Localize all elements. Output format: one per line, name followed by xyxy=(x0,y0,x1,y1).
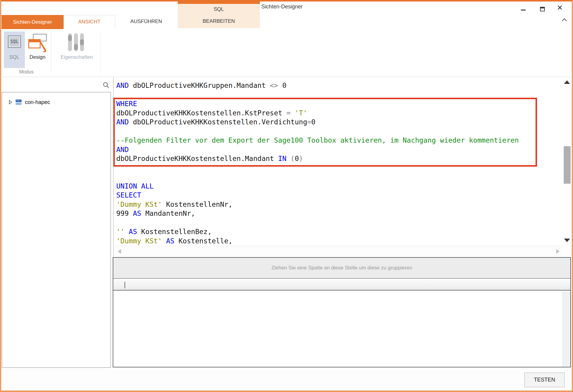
window-border-left xyxy=(0,0,1,392)
ribbon-bottom-border xyxy=(0,77,573,77)
text-caret xyxy=(124,282,125,288)
sql-mode-button[interactable]: SQL SQL xyxy=(4,31,25,68)
scroll-right-icon[interactable] xyxy=(556,249,560,254)
grid-body[interactable] xyxy=(113,292,570,367)
grid-header-row[interactable] xyxy=(113,279,570,291)
scroll-left-icon[interactable] xyxy=(118,249,121,254)
minimize-icon[interactable] xyxy=(521,10,526,10)
expand-chevron-icon[interactable] xyxy=(9,100,12,105)
vertical-scrollbar-thumb[interactable] xyxy=(564,146,571,184)
design-mode-button[interactable]: Design xyxy=(26,31,49,68)
tab-sichten-designer[interactable]: Sichten-Designer xyxy=(1,15,64,29)
ribbon-separator xyxy=(51,31,51,73)
code-line: AND dbOLProductiveKHKGruppen.Mandant <> … xyxy=(116,81,519,90)
window-border-top xyxy=(0,0,573,1)
tree-item-connection[interactable]: con-hapec xyxy=(2,97,111,107)
ribbon-separator xyxy=(100,31,100,73)
window-title: Sichten-Designer xyxy=(261,4,303,10)
contextual-tab-accent xyxy=(178,1,260,4)
tab-ansicht[interactable]: ANSICHT xyxy=(64,15,115,28)
collapse-ribbon-icon[interactable] xyxy=(561,17,568,23)
code-line: UNION ALL xyxy=(116,182,519,191)
design-icon xyxy=(28,32,47,52)
testen-button[interactable]: TESTEN xyxy=(524,373,565,387)
tree-item-label: con-hapec xyxy=(25,99,50,105)
maximize-icon[interactable] xyxy=(540,7,545,11)
horizontal-scrollbar[interactable] xyxy=(114,246,563,257)
ribbon-group-label: Modus xyxy=(4,69,49,75)
tab-sql-bearbeiten[interactable]: SQL BEARBEITEN xyxy=(178,1,260,28)
code-line: 'Dummy KSt' AS Kostenstelle, xyxy=(116,236,519,246)
eigenschaften-button[interactable]: Eigenschaften xyxy=(54,31,99,68)
groupby-dropzone[interactable]: Ziehen Sie eine Spalte an diese Stelle u… xyxy=(113,258,570,279)
code-line: SELECT xyxy=(116,191,519,200)
sql-mode-icon: SQL xyxy=(8,35,21,48)
grid-scrollbar-track[interactable] xyxy=(563,292,570,367)
code-line: '' AS KostenstellenBez, xyxy=(116,227,519,236)
database-icon xyxy=(15,99,22,105)
code-line xyxy=(116,218,519,227)
code-line xyxy=(116,172,519,182)
scroll-down-icon[interactable] xyxy=(564,239,570,242)
close-icon[interactable]: ✕ xyxy=(557,4,563,12)
result-grid-panel: Ziehen Sie eine Spalte an diese Stelle u… xyxy=(113,257,571,367)
search-icon[interactable] xyxy=(103,82,109,90)
window-border-right xyxy=(572,0,573,392)
connection-tree-panel: con-hapec xyxy=(2,92,111,368)
tab-ausfuehren[interactable]: AUSFÜHREN xyxy=(117,15,176,28)
window-border-bottom xyxy=(0,391,573,392)
code-line: 999 AS MandantenNr, xyxy=(116,209,519,218)
code-line: 'Dummy KSt' KostenstellenNr, xyxy=(116,200,519,209)
footer-bar xyxy=(1,368,572,391)
annotation-rectangle xyxy=(113,98,537,167)
scroll-up-icon[interactable] xyxy=(564,80,570,84)
app-window: Sichten-Designer ✕ Sichten-Designer ANSI… xyxy=(0,0,573,392)
